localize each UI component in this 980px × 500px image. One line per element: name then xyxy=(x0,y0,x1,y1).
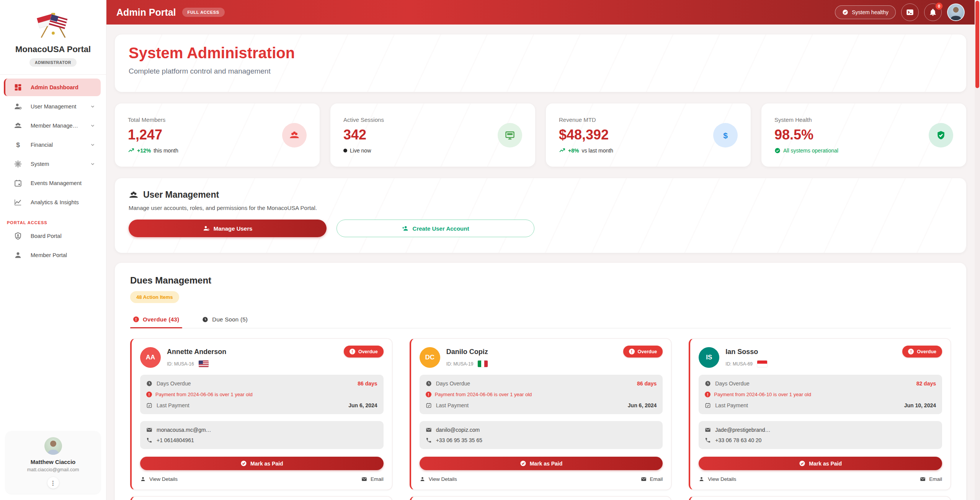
system-health-pill[interactable]: System healthy xyxy=(835,5,896,19)
email-row: monacousa.mc@gm… xyxy=(146,427,377,433)
overdue-panel: Days Overdue 86 days ! Payment from 2024… xyxy=(420,375,663,414)
person-icon xyxy=(420,476,425,482)
phone-icon xyxy=(426,437,432,443)
action-items-badge: 48 Action Items xyxy=(130,291,179,303)
sidebar-item-events-management[interactable]: Events Management xyxy=(0,174,101,192)
profile-avatar[interactable] xyxy=(947,3,965,21)
phone-row: +1 0614804961 xyxy=(146,437,377,443)
mark-as-paid-button[interactable]: Mark as Paid xyxy=(140,457,384,470)
member-card-partial: SV Sandra Van Essche !Overdue xyxy=(410,496,672,500)
crossed-flags-logo xyxy=(31,10,76,40)
member-header: DC Danilo Copiz ID: MUSA-19 !Overdue xyxy=(420,344,663,368)
user-name: Matthew Ciaccio xyxy=(10,459,96,465)
days-overdue-value: 82 days xyxy=(916,380,936,387)
notifications-button[interactable]: 0 xyxy=(924,3,942,21)
stat-label: Total Members xyxy=(128,116,178,123)
section-title: User Management xyxy=(143,190,219,200)
stat-card-system-health: System Health 98.5% All systems operatio… xyxy=(761,103,966,167)
mark-as-paid-button[interactable]: Mark as Paid xyxy=(420,457,663,470)
portal-access-nav: Board Portal Member Portal xyxy=(0,227,106,264)
mail-icon xyxy=(361,476,367,482)
view-details-button[interactable]: View Details xyxy=(140,476,178,482)
last-payment-value: Jun 6, 2024 xyxy=(348,402,377,408)
page-title: System Administration xyxy=(129,44,952,62)
avatar: DC xyxy=(420,347,440,368)
sidebar-item-financial[interactable]: $ Financial xyxy=(0,136,101,154)
portal-access-label: PORTAL ACCESS xyxy=(7,220,106,225)
user-gear-icon xyxy=(14,102,22,111)
sidebar-item-board-portal[interactable]: Board Portal xyxy=(0,227,101,245)
sidebar-item-label: User Management xyxy=(31,103,76,110)
dues-title: Dues Management xyxy=(130,275,951,286)
member-header: IS Ian Sosso ID: MUSA-69 !Overdue xyxy=(699,344,942,368)
stat-label: Revenue MTD xyxy=(559,116,613,123)
tab-due-soon[interactable]: Due Soon (5) xyxy=(199,314,251,328)
terminal-button[interactable] xyxy=(901,3,919,21)
mark-as-paid-button[interactable]: Mark as Paid xyxy=(699,457,942,470)
contact-panel: danilo@copiz.com +33 06 95 35 35 65 xyxy=(420,421,663,449)
sidebar-item-label: Member Portal xyxy=(31,252,67,258)
payment-alert: ! Payment from 2024-06-06 is over 1 year… xyxy=(426,392,657,397)
group-icon xyxy=(14,121,22,130)
email-button[interactable]: Email xyxy=(361,476,384,482)
scrollbar-thumb[interactable] xyxy=(975,1,979,88)
topbar-right: System healthy 0 xyxy=(835,3,965,21)
person-icon xyxy=(14,251,22,259)
check-circle-icon xyxy=(842,9,848,15)
member-id-row: ID: MUSA-19 xyxy=(446,361,617,367)
days-overdue-value: 86 days xyxy=(637,380,657,387)
mail-icon xyxy=(426,427,432,433)
brand-block: MonacoUSA Portal ADMINISTRATOR xyxy=(0,0,106,67)
button-label: Create User Account xyxy=(413,225,469,232)
person-add-icon xyxy=(402,225,409,232)
stat-value: 1,247 xyxy=(128,127,178,143)
days-overdue-row: Days Overdue 82 days xyxy=(705,380,936,387)
sidebar-item-system[interactable]: System xyxy=(0,155,101,173)
member-id: ID: MUSA-16 xyxy=(167,361,194,367)
sidebar-user-card: Matthew Ciaccio matt.ciaccio@gmail.com ⋮ xyxy=(5,431,101,494)
person-icon xyxy=(699,476,704,482)
calendar-icon xyxy=(146,402,152,408)
create-user-button[interactable]: Create User Account xyxy=(336,220,534,237)
email-button[interactable]: Email xyxy=(920,476,942,482)
view-details-button[interactable]: View Details xyxy=(699,476,736,482)
bell-icon xyxy=(929,8,937,16)
sessions-icon-circle xyxy=(498,123,522,148)
member-footer: View Details Email xyxy=(140,470,384,482)
tab-overdue[interactable]: ! Overdue (43) xyxy=(130,314,182,328)
error-icon: ! xyxy=(350,349,355,354)
view-details-button[interactable]: View Details xyxy=(420,476,457,482)
stat-sub: All systems operational xyxy=(774,148,838,154)
mail-icon xyxy=(641,476,647,482)
member-id-row: ID: MUSA-69 xyxy=(725,361,896,367)
sidebar-item-admin-dashboard[interactable]: Admin Dashboard xyxy=(4,79,101,96)
stat-delta: +12% xyxy=(137,148,151,154)
manage-users-button[interactable]: Manage Users xyxy=(129,220,327,237)
sidebar-item-user-management[interactable]: User Management xyxy=(0,98,101,115)
email-button[interactable]: Email xyxy=(641,476,663,482)
stat-caption: All systems operational xyxy=(783,148,838,154)
person-icon xyxy=(140,476,146,482)
health-icon-circle xyxy=(929,123,953,148)
page-scrollbar[interactable] xyxy=(975,0,980,500)
user-menu-button[interactable]: ⋮ xyxy=(47,477,59,489)
calendar-icon xyxy=(705,402,711,408)
sidebar-item-member-portal[interactable]: Member Portal xyxy=(0,246,101,264)
member-name: Danilo Copiz xyxy=(446,348,617,356)
hero-card: System Administration Complete platform … xyxy=(115,34,966,92)
italy-flag-icon xyxy=(478,361,488,367)
chart-icon xyxy=(14,198,22,207)
stat-sub: Live now xyxy=(343,148,384,154)
stat-label: Active Sessions xyxy=(343,116,384,123)
trending-up-icon xyxy=(559,148,565,154)
dues-management-card: Dues Management 48 Action Items ! Overdu… xyxy=(115,263,966,500)
email-row: Jade@prestigebrand… xyxy=(705,427,936,433)
sidebar-item-member-management[interactable]: Member Manage… xyxy=(0,117,101,134)
monitor-icon xyxy=(505,130,515,141)
dues-tabs: ! Overdue (43) Due Soon (5) xyxy=(130,314,951,328)
stat-value: 98.5% xyxy=(774,127,838,143)
phone-row: +33 06 78 63 40 20 xyxy=(705,437,936,443)
sidebar-item-analytics[interactable]: Analytics & Insights xyxy=(0,193,101,211)
trending-up-icon xyxy=(128,148,134,154)
payment-alert: ! Payment from 2024-06-06 is over 1 year… xyxy=(146,392,377,397)
